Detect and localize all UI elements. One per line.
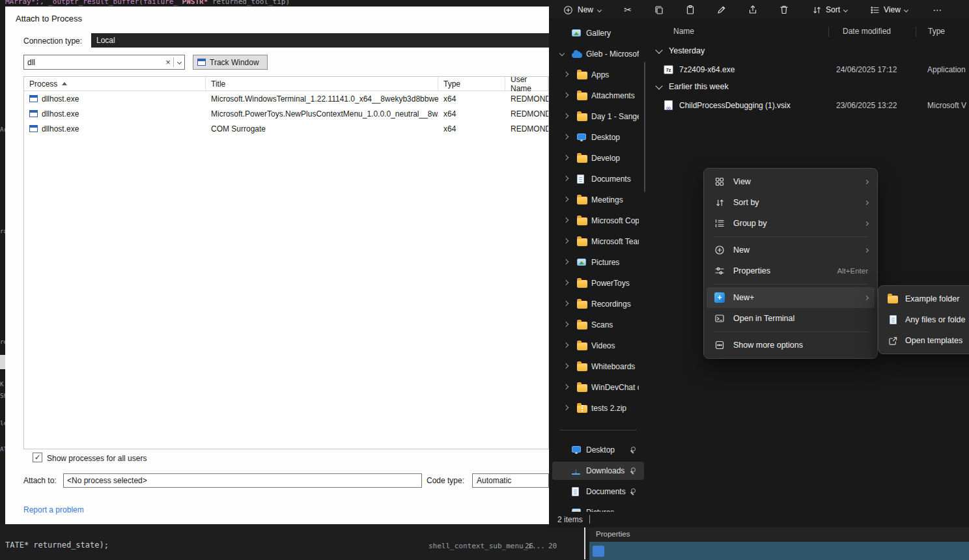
sidebar-item-downloads-pinned[interactable]: Downloads xyxy=(552,462,644,480)
clear-filter-icon[interactable]: × xyxy=(163,57,173,67)
sidebar-item-develop[interactable]: Develop xyxy=(552,149,644,167)
share-button[interactable] xyxy=(744,2,762,18)
sidebar-item-gallery[interactable]: Gallery xyxy=(552,24,644,42)
sidebar-item-desktop-pinned[interactable]: Desktop xyxy=(552,441,644,459)
submenu-item-open-templates[interactable]: Open templates xyxy=(881,330,969,351)
column-divider[interactable] xyxy=(916,27,916,37)
menu-item-show-more-options[interactable]: Show more options xyxy=(707,335,875,356)
sidebar-item-attachments[interactable]: Attachments xyxy=(552,87,644,105)
process-filter-input[interactable] xyxy=(24,58,163,67)
context-menu: View Sort by Group by New Properties Alt… xyxy=(703,168,878,359)
chevron-right-icon[interactable] xyxy=(563,92,569,98)
chevron-right-icon[interactable] xyxy=(563,155,569,160)
group-header[interactable]: Yesterday xyxy=(669,46,705,55)
view-button[interactable]: View xyxy=(865,2,913,18)
group-collapse-icon[interactable] xyxy=(655,82,662,89)
sidebar-scrollbar[interactable] xyxy=(644,62,645,192)
show-all-users-checkbox[interactable]: ✓ xyxy=(33,453,42,462)
file-row[interactable]: 7z2409-x64.exe 24/06/2025 17:12 Applicat… xyxy=(653,63,966,78)
chevron-down-icon[interactable] xyxy=(559,51,565,56)
submenu-item-example-folder[interactable]: Example folder xyxy=(881,288,969,309)
menu-item-new[interactable]: New xyxy=(707,240,875,260)
delete-button[interactable] xyxy=(775,2,793,18)
new-button[interactable]: New xyxy=(557,2,607,18)
menu-item-properties[interactable]: Properties Alt+Enter xyxy=(707,260,875,281)
sidebar-item-microsoft-copilot[interactable]: Microsoft Cop xyxy=(552,212,644,230)
chevron-right-icon[interactable] xyxy=(563,176,569,181)
process-row[interactable]: dllhost.exe Microsoft.PowerToys.NewPlusC… xyxy=(24,106,548,121)
chevron-right-icon[interactable] xyxy=(563,134,569,139)
sidebar-item-meetings[interactable]: Meetings xyxy=(552,191,644,209)
chevron-right-icon xyxy=(864,295,869,300)
column-type[interactable]: Type xyxy=(438,77,505,91)
process-row[interactable]: dllhost.exe COM Surrogate x64 REDMOND xyxy=(24,121,548,136)
menu-item-sort-by[interactable]: Sort by xyxy=(707,192,875,213)
sidebar-item-tests-zip[interactable]: tests 2.zip xyxy=(552,399,644,417)
column-header-name[interactable]: Name xyxy=(673,27,694,36)
code-type-dropdown[interactable]: Automatic xyxy=(472,473,549,488)
column-title[interactable]: Title xyxy=(206,77,438,91)
cut-button[interactable]: ✂ xyxy=(619,2,637,18)
sidebar-item-recordings[interactable]: Recordings xyxy=(552,295,644,313)
chevron-right-icon[interactable] xyxy=(563,197,569,202)
group-header[interactable]: Earlier this week xyxy=(669,82,729,91)
sidebar-item-whiteboards[interactable]: Whiteboards xyxy=(552,357,644,376)
chevron-down-icon xyxy=(904,7,908,12)
sidebar-item-windevchat[interactable]: WinDevChat c xyxy=(552,378,644,397)
chevron-right-icon[interactable] xyxy=(563,238,569,244)
chevron-right-icon[interactable] xyxy=(563,280,569,285)
paste-button[interactable] xyxy=(681,2,699,18)
menu-item-new-plus[interactable]: New+ xyxy=(707,287,875,308)
sidebar-item-apps[interactable]: Apps xyxy=(552,66,644,84)
sidebar-item-day1[interactable]: Day 1 - Sangee xyxy=(552,107,644,126)
editor-scrollbar[interactable] xyxy=(584,527,585,559)
menu-separator xyxy=(713,284,868,285)
menu-item-label: Show more options xyxy=(733,341,803,350)
chevron-right-icon[interactable] xyxy=(563,72,569,77)
sidebar-item-documents-pinned[interactable]: Documents xyxy=(552,483,644,501)
chevron-right-icon[interactable] xyxy=(563,301,569,306)
sidebar-item-videos[interactable]: Videos xyxy=(552,337,644,355)
sidebar-item-documents[interactable]: Documents xyxy=(552,170,644,188)
chevron-right-icon[interactable] xyxy=(563,259,569,264)
sidebar-item-pictures[interactable]: Pictures xyxy=(552,253,644,272)
attach-to-input[interactable] xyxy=(63,473,422,488)
connection-type-dropdown[interactable]: Local xyxy=(91,33,549,48)
menu-item-label: View xyxy=(733,177,751,186)
chevron-right-icon[interactable] xyxy=(563,217,569,223)
menu-item-view[interactable]: View xyxy=(707,171,875,192)
submenu-item-any-files[interactable]: Any files or folde xyxy=(881,309,969,330)
sort-button[interactable]: Sort xyxy=(807,2,852,18)
code-type-value: Automatic xyxy=(477,476,511,485)
column-divider[interactable] xyxy=(828,27,829,37)
menu-item-open-in-terminal[interactable]: Open in Terminal xyxy=(707,308,875,329)
menu-item-group-by[interactable]: Group by xyxy=(707,213,875,234)
folder-icon xyxy=(577,363,587,371)
report-problem-link[interactable]: Report a problem xyxy=(23,505,84,514)
chevron-right-icon[interactable] xyxy=(563,113,569,119)
chevron-right-icon[interactable] xyxy=(563,322,569,327)
column-header-type[interactable]: Type xyxy=(928,27,945,36)
group-collapse-icon[interactable] xyxy=(655,46,662,53)
track-window-button[interactable]: Track Window xyxy=(193,55,268,70)
column-process[interactable]: Process xyxy=(24,77,206,91)
sidebar-item-desktop[interactable]: Desktop xyxy=(552,128,644,147)
chevron-right-icon[interactable] xyxy=(563,343,569,348)
column-header-date-modified[interactable]: Date modified xyxy=(843,27,891,36)
file-row[interactable]: ChildProcessDebugging (1).vsix 23/06/202… xyxy=(653,98,966,114)
chevron-right-icon[interactable] xyxy=(563,405,569,410)
more-options-button[interactable]: ⋯ xyxy=(929,2,947,18)
filter-dropdown-button[interactable] xyxy=(174,61,184,64)
sidebar-item-scans[interactable]: Scans xyxy=(552,316,644,334)
sidebar-item-microsoft-teams[interactable]: Microsoft Tear xyxy=(552,232,644,251)
copy-button[interactable] xyxy=(650,2,668,18)
rename-button[interactable] xyxy=(712,2,731,18)
column-user-name[interactable]: User Name xyxy=(505,77,548,91)
dialog-title: Attach to Process xyxy=(16,14,82,23)
chevron-right-icon[interactable] xyxy=(563,363,569,369)
sidebar-item-onedrive[interactable]: Gleb - Microsoft xyxy=(552,45,644,63)
process-row[interactable]: dllhost.exe Microsoft.WindowsTerminal_1.… xyxy=(24,91,548,106)
show-all-users-label[interactable]: Show processes for all users xyxy=(47,454,147,463)
chevron-right-icon[interactable] xyxy=(563,384,569,389)
sidebar-item-powertoys[interactable]: PowerToys xyxy=(552,274,644,292)
